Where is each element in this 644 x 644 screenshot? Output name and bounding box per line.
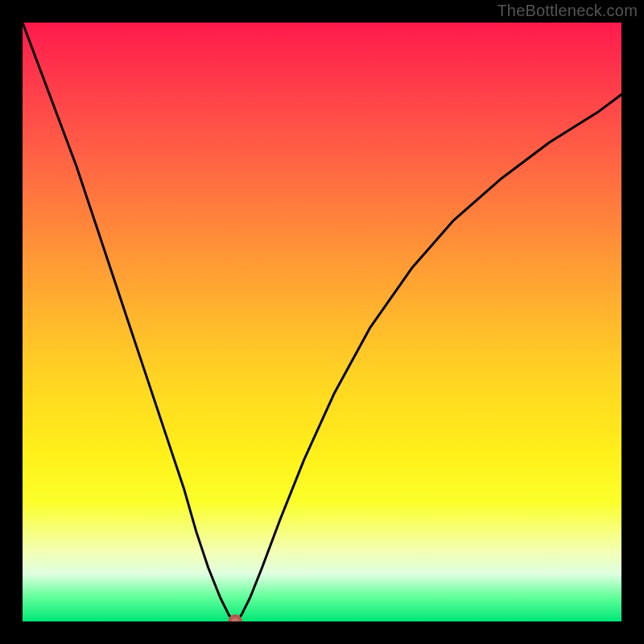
chart-frame: TheBottleneck.com (0, 0, 644, 644)
watermark-text: TheBottleneck.com (497, 2, 638, 20)
optimum-marker (229, 616, 240, 621)
plot-area (23, 23, 621, 621)
bottleneck-curve (23, 23, 621, 621)
curve-layer (23, 23, 621, 621)
